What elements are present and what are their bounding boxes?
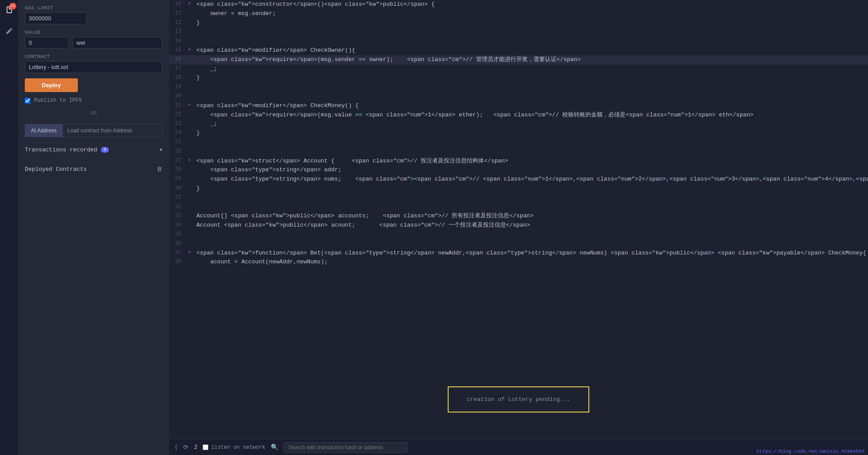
line-number: 33 <box>169 212 187 221</box>
pencil-svg <box>5 27 13 35</box>
line-code: } <box>193 184 868 193</box>
line-code <box>193 147 868 157</box>
line-number: 15 <box>169 46 187 55</box>
line-arrow <box>187 212 193 221</box>
line-code <box>193 83 868 92</box>
contract-label: CONTRACT <box>25 54 162 59</box>
table-row: 14 <box>169 37 868 46</box>
line-number: 16 <box>169 55 187 65</box>
line-arrow <box>187 65 193 74</box>
load-contract-button[interactable]: Load contract from Address <box>63 124 162 137</box>
line-number: 17 <box>169 65 187 74</box>
value-amount-input[interactable] <box>25 37 69 49</box>
line-code <box>193 193 868 203</box>
table-row: 16 <span class="kw">require</span>(msg.s… <box>169 55 868 65</box>
deployed-contracts-label: Deployed Contracts <box>25 166 87 173</box>
history-icon: ⟳ <box>183 443 188 451</box>
line-number: 37 <box>169 249 187 258</box>
line-code: <span class="kw">struct</span> Account {… <box>193 157 868 166</box>
line-arrow <box>187 19 193 28</box>
trash-icon[interactable]: 🗑 <box>157 166 162 173</box>
line-arrow <box>187 193 193 203</box>
line-code: acount = Account(newAddr,newNums); <box>193 258 868 267</box>
line-arrow <box>187 138 193 147</box>
file-icon-button[interactable]: 15 <box>3 4 15 16</box>
publish-ipfs-label: Publish to IPFS <box>34 97 82 104</box>
line-arrow: ▶ <box>187 157 193 166</box>
line-arrow <box>187 175 193 184</box>
table-row: 17 _; <box>169 65 868 74</box>
table-row: 22 <span class="kw">require</span>(msg.v… <box>169 111 868 120</box>
line-code: <span class="type">string</span> addr; <box>193 166 868 175</box>
url-bar: https://blog.csdn.net/weixin_45304503 <box>753 448 868 455</box>
collapse-icon[interactable]: ⟨ <box>174 443 178 451</box>
line-number: 22 <box>169 111 187 120</box>
or-divider: OR <box>25 111 162 117</box>
line-number: 14 <box>169 37 187 46</box>
line-number: 10 <box>169 0 187 9</box>
gas-limit-section: GAS LIMIT <box>25 5 162 24</box>
line-number: 21 <box>169 101 187 111</box>
table-row: 18} <box>169 73 868 83</box>
value-unit-select[interactable]: wei gwei finney ether <box>73 37 162 49</box>
table-row: 11 owner = msg.sender; <box>169 9 868 19</box>
table-row: 33Account[] <span class="kw">public</spa… <box>169 212 868 221</box>
table-row: 36 <box>169 239 868 249</box>
transactions-recorded-section[interactable]: Transactions recorded 3 ▼ <box>25 143 162 157</box>
pencil-icon-button[interactable] <box>3 25 15 37</box>
contract-select[interactable]: Lottery - lott.sol <box>25 61 162 73</box>
table-row: 15▶<span class="kw">modifier</span> Chec… <box>169 46 868 55</box>
line-code <box>193 27 868 37</box>
table-row: 35 <box>169 230 868 239</box>
line-arrow: ▶ <box>187 46 193 55</box>
line-code: } <box>193 19 868 28</box>
line-arrow <box>187 111 193 120</box>
publish-ipfs-checkbox[interactable] <box>25 98 31 104</box>
deployed-contracts-section[interactable]: Deployed Contracts 🗑 <box>25 162 162 177</box>
line-code: <span class="kw">require</span>(msg.valu… <box>193 111 868 120</box>
line-arrow <box>187 239 193 249</box>
deploy-button[interactable]: Deploy <box>25 78 78 92</box>
table-row: 25 <box>169 138 868 147</box>
publish-ipfs-section: Publish to IPFS <box>25 97 162 104</box>
line-code: _; <box>193 120 868 129</box>
line-number: 20 <box>169 92 187 101</box>
line-code: } <box>193 129 868 138</box>
line-number: 29 <box>169 175 187 184</box>
line-code <box>193 138 868 147</box>
table-row: 31 <box>169 193 868 203</box>
line-arrow <box>187 37 193 46</box>
contract-section: CONTRACT Lottery - lott.sol <box>25 54 162 73</box>
line-code <box>193 239 868 249</box>
transactions-title: Transactions recorded 3 <box>25 147 109 153</box>
listen-network-label: listen on network <box>211 444 265 451</box>
line-code: owner = msg.sender; <box>193 9 868 19</box>
line-number: 36 <box>169 239 187 249</box>
line-arrow <box>187 92 193 101</box>
code-area[interactable]: 10▶<span class="kw">constructor</span>()… <box>169 0 868 439</box>
search-input[interactable] <box>284 442 407 453</box>
table-row: 27▶<span class="kw">struct</span> Accoun… <box>169 157 868 166</box>
line-arrow <box>187 129 193 138</box>
listen-network-row: listen on network <box>203 444 265 451</box>
line-arrow <box>187 83 193 92</box>
line-arrow <box>187 27 193 37</box>
value-row: wei gwei finney ether <box>25 37 162 49</box>
table-row: 12} <box>169 19 868 28</box>
gas-limit-input[interactable] <box>25 12 87 24</box>
listen-network-checkbox[interactable] <box>203 444 208 450</box>
line-arrow <box>187 184 193 193</box>
transactions-label: Transactions recorded <box>25 147 97 153</box>
deploy-section: Deploy <box>25 78 162 92</box>
line-arrow <box>187 230 193 239</box>
line-number: 13 <box>169 27 187 37</box>
at-address-button[interactable]: At Address <box>25 124 63 137</box>
line-arrow: ▶ <box>187 249 193 258</box>
line-number: 11 <box>169 9 187 19</box>
table-row: 23 _; <box>169 120 868 129</box>
line-code: Account <span class="kw">public</span> a… <box>193 221 868 230</box>
value-section: VALUE wei gwei finney ether <box>25 30 162 49</box>
table-row: 32 <box>169 203 868 212</box>
at-address-row: At Address Load contract from Address <box>25 124 162 137</box>
line-code: _; <box>193 65 868 74</box>
